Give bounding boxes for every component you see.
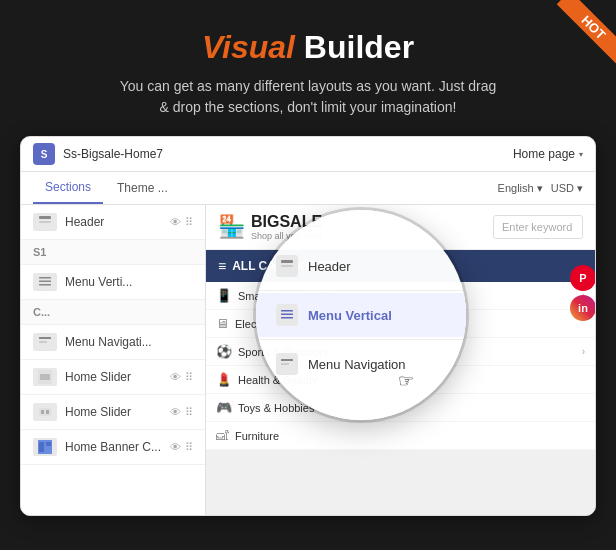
tab-sections[interactable]: Sections [33,172,103,204]
section-label-menu-nav: Menu Navigati... [65,335,193,349]
lang-selector[interactable]: English ▾ [498,182,543,195]
social-sidebar: P in [570,265,595,321]
drag-icon-services[interactable]: ⠿ [185,406,193,419]
mag-divider-1 [256,290,466,291]
section-label-menu-vert: Menu Verti... [65,275,193,289]
eye-icon-services[interactable]: 👁 [170,406,181,418]
mag-menu-nav-icon [276,353,298,375]
eye-icon-slider[interactable]: 👁 [170,371,181,383]
section-item-menu-vert[interactable]: Menu Verti... [21,265,205,300]
eye-icon[interactable]: 👁 [170,216,181,228]
furniture-icon: 🛋 [216,428,229,443]
chevron-down-icon: ▾ [579,150,583,159]
mag-menu-nav-label: Menu Navigation [308,357,406,372]
svg-rect-3 [39,281,51,283]
menu-vert-icon [33,273,57,291]
svg-rect-16 [281,265,293,267]
mag-menu-vert-icon [276,304,298,326]
svg-rect-2 [39,277,51,279]
header-section-icon [33,213,57,231]
svg-rect-19 [281,317,293,319]
svg-rect-9 [39,408,51,416]
section-group-c: C... [21,300,205,325]
magnifier-item-menu-nav[interactable]: Menu Navigation [256,342,466,386]
page-selector[interactable]: Home page ▾ [513,147,583,161]
category-furniture[interactable]: 🛋 Furniture [206,422,595,450]
pinterest-button[interactable]: P [570,265,595,291]
svg-rect-13 [39,442,44,452]
section-item-header[interactable]: Header 👁 ⠿ [21,205,205,240]
svg-rect-15 [281,260,293,263]
mockup-topbar: S Ss-Bigsale-Home7 Home page ▾ [21,137,595,172]
category-label-furniture: Furniture [235,430,279,442]
magnifier-overlay: Header Menu Vertical Menu Navigation [256,210,466,420]
arrow-icon-sports: › [582,346,585,357]
drag-icon[interactable]: ⠿ [185,216,193,229]
tab-theme[interactable]: Theme ... [105,173,180,203]
hot-badge-label: HOT [557,0,616,64]
hot-badge: HOT [546,0,616,70]
title-visual: Visual [202,29,295,65]
currency-selector[interactable]: USD ▾ [551,182,583,195]
mockup-content: Header 👁 ⠿ S1 Menu Verti... C... Menu Na… [21,205,595,515]
svg-rect-10 [41,410,44,414]
shopify-icon: S [33,143,55,165]
section-services-actions: 👁 ⠿ [170,406,193,419]
page-subtitle: You can get as many different layouts as… [20,76,596,118]
tabs-right: English ▾ USD ▾ [498,182,583,195]
page-title: Visual Builder [20,28,596,66]
section-label-home-banner: Home Banner C... [65,440,162,454]
svg-rect-20 [281,359,293,361]
menu-nav-icon [33,333,57,351]
left-panel: Header 👁 ⠿ S1 Menu Verti... C... Menu Na… [21,205,206,515]
svg-rect-18 [281,314,293,316]
home-slider-icon [33,368,57,386]
site-name: Ss-Bigsale-Home7 [63,147,505,161]
section-label-home-services: Home Slider [65,405,162,419]
search-bar[interactable]: Enter keyword [493,215,583,239]
drag-icon-banner[interactable]: ⠿ [185,441,193,454]
svg-rect-4 [39,284,51,286]
toys-icon: 🎮 [216,400,232,415]
health-icon: 💄 [216,372,232,387]
page-header: HOT Visual Builder You can get as many d… [0,0,616,136]
builder-mockup: S Ss-Bigsale-Home7 Home page ▾ Sections … [20,136,596,516]
eye-icon-banner[interactable]: 👁 [170,441,181,453]
drag-icon-slider[interactable]: ⠿ [185,371,193,384]
section-banner-actions: 👁 ⠿ [170,441,193,454]
title-rest: Builder [295,29,414,65]
sports-icon: ⚽ [216,344,232,359]
instagram-button[interactable]: in [570,295,595,321]
mockup-tabs: Sections Theme ... English ▾ USD ▾ [21,172,595,205]
svg-rect-11 [46,410,49,414]
category-label-toys: Toys & Hobbies [238,402,314,414]
svg-rect-21 [281,363,289,365]
section-header-actions: 👁 ⠿ [170,216,193,229]
section-slider-actions: 👁 ⠿ [170,371,193,384]
svg-rect-5 [39,337,51,339]
mag-menu-vert-label: Menu Vertical [308,308,392,323]
electronics-icon: 🖥 [216,316,229,331]
section-label-header: Header [65,215,162,229]
right-preview: 🏪 BIGSALE Shop all you want Enter keywor… [206,205,595,515]
section-item-home-slider[interactable]: Home Slider 👁 ⠿ [21,360,205,395]
svg-rect-17 [281,310,293,312]
mag-divider-2 [256,339,466,340]
svg-rect-1 [39,221,51,223]
hamburger-icon: ≡ [218,258,226,274]
magnifier-item-header[interactable]: Header [256,244,466,288]
section-label-home-slider: Home Slider [65,370,162,384]
svg-rect-14 [46,442,51,446]
smartphones-icon: 📱 [216,288,232,303]
svg-rect-8 [40,374,50,380]
magnifier-item-menu-vertical[interactable]: Menu Vertical [256,293,466,337]
svg-rect-0 [39,216,51,219]
home-banner-icon [33,438,57,456]
section-item-menu-nav[interactable]: Menu Navigati... [21,325,205,360]
section-item-home-services[interactable]: Home Slider 👁 ⠿ [21,395,205,430]
tabs-left: Sections Theme ... [33,172,180,204]
section-group-s1: S1 [21,240,205,265]
section-item-home-banner[interactable]: Home Banner C... 👁 ⠿ [21,430,205,465]
svg-rect-6 [39,341,47,343]
home-services-icon [33,403,57,421]
